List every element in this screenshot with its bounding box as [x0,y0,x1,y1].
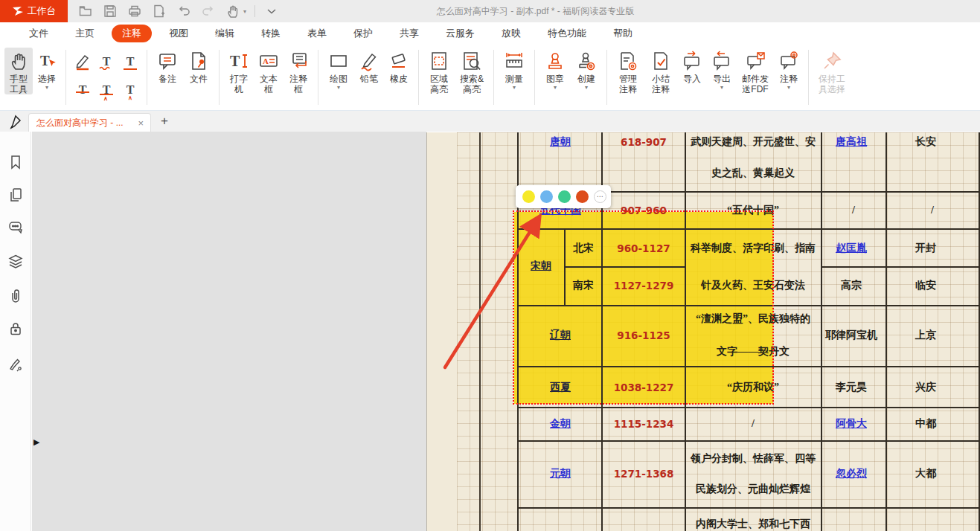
color-swatch-blue[interactable] [540,190,553,203]
export-comments-button[interactable]: 导出 ▾ [707,48,737,91]
open-file-icon[interactable] [77,3,94,19]
signature-panel-icon[interactable] [7,355,25,373]
color-swatch-green[interactable] [558,190,571,203]
annotation-tool-icon[interactable] [7,114,24,130]
highlight-text-icon[interactable] [73,52,92,71]
insert-text-icon[interactable]: T ∧ [121,80,140,100]
area-highlight-button[interactable]: 区域高亮 [423,48,455,94]
menu-file[interactable]: 文件 [19,25,58,42]
strikeout-text-icon[interactable]: T [73,80,92,100]
select-tool-button[interactable]: T 选择 ▾ [33,48,61,91]
ruler-icon [504,49,525,73]
menu-share[interactable]: 共享 [390,25,429,42]
menu-protect[interactable]: 保护 [344,25,382,42]
typewriter-button[interactable]: T 打字机 [224,48,254,94]
new-document-icon[interactable] [151,3,167,19]
note-button[interactable]: 备注 [152,48,183,84]
hand-pointer-icon[interactable] [225,3,241,19]
menu-bar: 文件 主页 注释 视图 编辑 转换 表单 保护 共享 云服务 放映 特色功能 帮… [0,22,980,45]
comments-button[interactable]: 注释 ▾ [774,48,804,91]
stamp-label: 图章 [546,74,564,84]
text-markup-group: T T T T ∧ T ∧ [71,48,142,104]
textbox-icon: A [258,49,279,73]
pencil-icon [359,49,379,73]
squiggly-underline-icon[interactable]: T [97,52,116,71]
email-fdf-button[interactable]: 邮件发送FDF [737,48,774,94]
document-tab-label: 怎么面对高中学习 - ... [36,117,135,129]
export-comments-label: 导出 [713,74,731,84]
menu-features[interactable]: 特色功能 [538,25,596,42]
collapse-ribbon-icon[interactable] [263,3,280,19]
menu-convert[interactable]: 转换 [252,25,290,42]
replace-text-icon[interactable]: T ∧ [97,80,116,100]
export-dropdown[interactable]: ▾ [720,85,723,91]
ribbon-divider [318,50,318,105]
textbox-button[interactable]: A 文本框 [254,48,284,94]
layers-panel-icon[interactable] [7,253,25,271]
typewriter-label: 打字机 [228,74,250,94]
callout-button[interactable]: 注释框 [284,48,313,94]
bookmarks-panel-icon[interactable] [7,153,25,171]
drawing-button[interactable]: 绘图 ▾ [323,48,354,91]
manage-comments-button[interactable]: 管理注释 [612,48,644,94]
attachments-panel-icon[interactable] [7,287,25,305]
pages-panel-icon[interactable] [7,186,25,204]
create-stamp-button[interactable]: 创建 ▾ [571,48,602,91]
quick-access-divider [254,5,255,17]
measure-dropdown[interactable]: ▾ [513,85,516,91]
menu-present[interactable]: 放映 [492,25,531,42]
ribbon-divider [418,50,419,105]
search-highlight-button[interactable]: 搜索&高亮 [455,48,489,94]
print-icon[interactable] [126,3,143,19]
save-icon[interactable] [102,3,118,19]
underline-text-icon[interactable]: T [121,52,140,71]
stamp-icon [545,49,566,73]
ribbon-divider [65,50,66,105]
color-swatch-red[interactable] [576,190,589,203]
menu-cloud[interactable]: 云服务 [436,25,484,42]
color-swatch-yellow[interactable] [522,190,535,203]
drawing-dropdown[interactable]: ▾ [337,85,340,91]
more-colors-button[interactable]: ⋯ [594,190,606,203]
menu-edit[interactable]: 编辑 [205,25,244,42]
panel-expand-handle[interactable]: ▶ [33,437,39,447]
measure-button[interactable]: 测量 ▾ [499,48,530,91]
summarize-comments-button[interactable]: 小结注释 [644,48,677,94]
menu-comment[interactable]: 注释 [112,25,152,42]
stamp-button[interactable]: 图章 ▾ [539,48,571,91]
tab-close-icon[interactable]: × [135,118,146,129]
arrow-annotation[interactable] [427,132,980,531]
stamp-dropdown[interactable]: ▾ [554,85,557,91]
file-attachment-button[interactable]: 文件 [183,48,214,84]
measure-label: 测量 [505,74,523,84]
hand-pointer-dropdown[interactable]: ▾ [243,8,246,15]
keep-tool-button[interactable]: 保持工具选择 [813,48,851,94]
ribbon-divider [808,50,809,105]
workspace-button[interactable]: 工作台 [0,0,68,22]
menu-view[interactable]: 视图 [159,25,198,42]
svg-text:T: T [230,53,240,69]
comments-panel-icon[interactable] [7,219,25,236]
import-comments-button[interactable]: 导入 [677,48,707,84]
highlight-color-popup: ⋯ [516,185,611,208]
menu-help[interactable]: 帮助 [603,25,642,42]
workspace-label: 工作台 [28,4,57,18]
new-tab-button[interactable]: + [156,113,173,129]
foxit-logo-icon [12,6,24,16]
eraser-button[interactable]: 橡皮 [384,48,414,84]
hand-tool-button[interactable]: 手型工具 [4,48,33,94]
area-highlight-icon [429,49,449,73]
manage-comments-icon [618,49,638,73]
menu-home[interactable]: 主页 [65,25,104,42]
select-dropdown[interactable]: ▾ [45,85,48,91]
undo-icon[interactable] [176,3,192,19]
file-pin-icon [188,49,209,73]
comments-dropdown[interactable]: ▾ [787,85,790,91]
pencil-button[interactable]: 铅笔 [354,48,384,84]
ribbon-divider [219,50,220,105]
redo-icon[interactable] [200,3,217,19]
security-panel-icon[interactable] [7,320,25,338]
document-tab[interactable]: 怎么面对高中学习 - ... × [28,113,151,132]
create-dropdown[interactable]: ▾ [585,85,588,91]
menu-form[interactable]: 表单 [298,25,336,42]
